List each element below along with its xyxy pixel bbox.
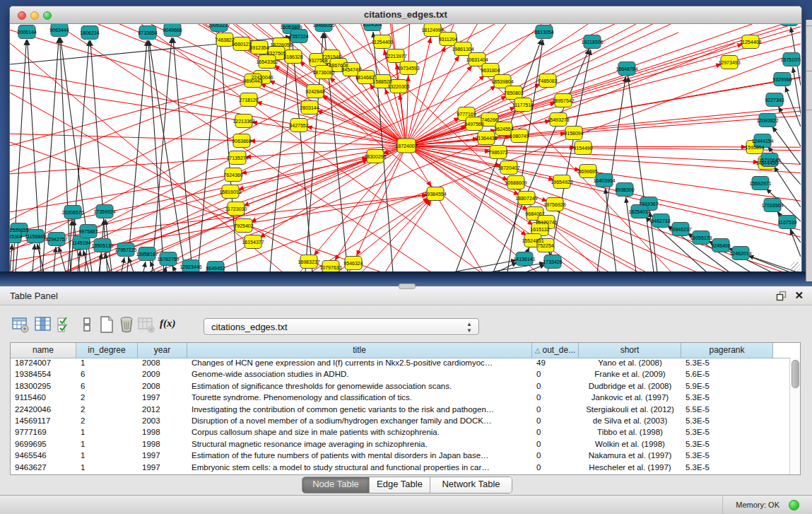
graph-edge (10, 146, 406, 249)
column-header-out_de[interactable]: △out_de... (532, 343, 579, 358)
graph-node-label: 7251546 (322, 54, 341, 59)
column-header-in_degree[interactable]: in_degree (76, 343, 138, 358)
memory-status-label: Memory: OK (736, 501, 779, 509)
graph-node-label: 16053809 (280, 25, 302, 30)
graph-node-label: 18226058 (270, 42, 292, 47)
graph-edge (173, 37, 192, 272)
graph-edge (430, 37, 431, 44)
window-title: citations_edges.txt (10, 9, 801, 20)
table-row[interactable]: 911546021997Tourette syndrome. Phenomeno… (11, 392, 790, 404)
graph-node-label: 9063868 (232, 139, 251, 144)
table-selector-value: citations_edges.txt (211, 322, 288, 332)
column-chooser-icon[interactable] (34, 315, 54, 335)
table-scrollbar[interactable] (789, 358, 800, 474)
table-row[interactable]: 946362711997Embryonic stem cells: a mode… (11, 462, 790, 474)
table-row[interactable]: 1938455462009Genome-wide association stu… (11, 369, 790, 380)
delete-table-icon[interactable] (117, 315, 137, 335)
graph-edge (10, 86, 406, 146)
tab-edge-table[interactable]: Edge Table (370, 477, 430, 493)
graph-node-label: 13958187 (136, 252, 158, 257)
graph-node-label: 16782759 (157, 257, 179, 262)
graph-node-label: 19384554 (424, 192, 446, 197)
graph-edge (149, 40, 185, 272)
table-row[interactable]: 946554611997Estimation of the future num… (11, 450, 790, 462)
graph-node-label: 18957542 (552, 98, 574, 103)
table-row[interactable]: 1456911722003Disruption of a novel membe… (11, 416, 790, 427)
scrollbar-thumb[interactable] (792, 360, 799, 388)
column-header-name[interactable]: name (11, 343, 76, 358)
window-resize-grip[interactable] (791, 262, 800, 271)
graph-node-label: 16543362 (256, 59, 278, 64)
panel-divider-grip[interactable] (399, 284, 416, 289)
graph-node-label: 7986372 (488, 150, 507, 155)
graph-node-label: 14136141 (513, 257, 535, 262)
table-type-tabs: Node TableEdge TableNetwork Table (302, 477, 512, 493)
graph-node-label: 12973493 (718, 60, 740, 65)
table-cell: 9699695 (11, 439, 76, 450)
tab-node-table[interactable]: Node Table (302, 477, 370, 493)
table-cell: Jankovic et al. (1997) (579, 392, 681, 404)
table-cell: 0 (532, 462, 579, 474)
graph-node-label: 11177514 (512, 103, 534, 107)
graph-node-label: 9158094 (564, 131, 583, 136)
network-canvas[interactable]: 1872400774638229660123891235418226058932… (10, 24, 801, 272)
column-header-title[interactable]: title (187, 343, 532, 358)
table-cell: Investigating the contribution of common… (187, 404, 532, 416)
graph-node[interactable] (781, 24, 798, 26)
tab-network-table[interactable]: Network Table (430, 477, 512, 493)
table-row[interactable]: 977716911998Corpus callosum shape and si… (11, 427, 790, 438)
table-row[interactable]: 969969511998Structural magnetic resonanc… (11, 439, 790, 450)
graph-node-label: 7485083 (538, 78, 557, 83)
table-cell: 5.3E-5 (681, 450, 773, 462)
graph-node-label: 15493278 (547, 117, 569, 122)
table-cell: 5.3E-5 (681, 462, 773, 474)
graph-node-label: 12213977 (384, 54, 406, 59)
graph-edge (10, 158, 367, 233)
graph-edge (385, 88, 387, 94)
graph-node-label: 19756928 (543, 202, 565, 207)
table-cell: Embryonic stem cells: a model to study s… (187, 462, 532, 474)
close-panel-icon[interactable]: ✕ (794, 289, 804, 301)
function-builder-icon[interactable]: f(x) (160, 317, 180, 337)
table-row[interactable]: 2242004622012Investigating the contribut… (11, 404, 790, 416)
float-panel-icon[interactable] (776, 291, 787, 301)
graph-node-label: 18724007 (395, 144, 417, 148)
table-row[interactable]: 1872400712008Changes of HCN gene express… (11, 358, 790, 369)
graph-node-label: 16055128 (690, 235, 712, 240)
table-cell: de Silva et al. (2003) (579, 416, 681, 427)
table-cell: Estimation of significance thresholds fo… (187, 381, 532, 392)
table-selector-dropdown[interactable]: citations_edges.txt ▲▼ (204, 318, 479, 335)
table-cell: Franke et al. (2009) (579, 369, 681, 380)
graph-node-label: 9049666 (163, 28, 182, 33)
network-graph: 1872400774638229660123891235418226058932… (10, 24, 801, 272)
table-cell: 2 (76, 404, 138, 416)
window-title-bar[interactable]: citations_edges.txt (10, 6, 801, 24)
column-header-pagerank[interactable]: pagerank (681, 343, 773, 358)
select-rows-icon[interactable] (56, 315, 76, 335)
graph-node-label: 9546324 (343, 261, 363, 266)
table-cell: 0 (532, 381, 579, 392)
table-cell: Stergiakouli et al. (2012) (579, 404, 681, 416)
side-panel-edge[interactable] (806, 20, 812, 281)
table-row[interactable]: 1830029562008Estimation of significance … (11, 381, 790, 392)
graph-node-label: 12462014 (729, 251, 751, 256)
node-table: namein_degreeyeartitle△out_de...shortpag… (10, 342, 801, 475)
graph-node-label: 12923446 (180, 264, 201, 269)
graph-node-label: 16816013 (219, 189, 241, 194)
graph-node-label: 16154377 (242, 240, 264, 245)
graph-edge (10, 70, 406, 146)
table-cell: 1998 (138, 439, 187, 450)
graph-node-label: 13220305 (387, 84, 409, 89)
network-window: citations_edges.txt 18724007746382296601… (9, 6, 802, 274)
table-cell: 9777169 (11, 427, 76, 438)
merge-rows-icon[interactable] (78, 315, 98, 335)
graph-node-label: 9975887 (78, 229, 98, 234)
table-cell: 22420046 (11, 404, 76, 416)
table-settings-icon[interactable] (11, 315, 31, 335)
column-header-year[interactable]: year (138, 343, 187, 358)
table-cell: Hescheler et al. (1997) (579, 462, 681, 474)
table-header-row: namein_degreeyeartitle△out_de...shortpag… (11, 343, 800, 358)
new-table-icon[interactable] (98, 315, 117, 335)
import-table-disabled-icon (137, 315, 157, 335)
column-header-short[interactable]: short (579, 343, 681, 358)
